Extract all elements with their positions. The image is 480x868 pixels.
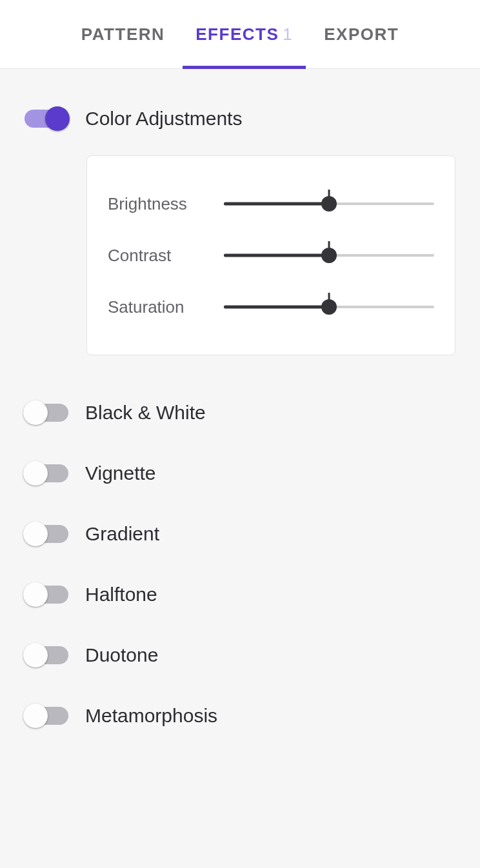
toggle-duotone[interactable] xyxy=(25,646,68,664)
toggle-knob xyxy=(23,400,48,425)
toggle-color-adjustments[interactable] xyxy=(25,110,68,128)
tab-pattern-label: PATTERN xyxy=(81,25,165,44)
effect-label: Color Adjustments xyxy=(85,108,242,130)
effect-vignette: Vignette xyxy=(25,462,455,484)
effect-color-adjustments: Color Adjustments xyxy=(25,108,455,130)
slider-label-contrast: Contrast xyxy=(108,246,224,266)
tab-bar: PATTERN EFFECTS 1 EXPORT xyxy=(0,0,480,69)
effect-duotone: Duotone xyxy=(25,644,455,666)
toggle-gradient[interactable] xyxy=(25,525,68,543)
effect-label: Vignette xyxy=(85,462,156,484)
slider-thumb[interactable] xyxy=(321,299,337,315)
slider-row-saturation: Saturation xyxy=(108,281,434,333)
slider-row-contrast: Contrast xyxy=(108,230,434,281)
slider-fill xyxy=(224,254,329,257)
effect-halftone: Halftone xyxy=(25,584,455,606)
toggle-knob xyxy=(23,643,48,667)
slider-contrast[interactable] xyxy=(224,242,434,268)
effect-black-white: Black & White xyxy=(25,402,455,424)
toggle-knob xyxy=(23,582,48,607)
effect-label: Gradient xyxy=(85,523,159,545)
effect-label: Halftone xyxy=(85,584,157,606)
toggle-black-white[interactable] xyxy=(25,404,68,422)
toggle-knob xyxy=(23,704,48,728)
tab-export-label: EXPORT xyxy=(324,25,399,44)
toggle-metamorphosis[interactable] xyxy=(25,707,68,725)
slider-fill xyxy=(224,306,329,309)
effect-label: Black & White xyxy=(85,402,206,424)
toggle-knob xyxy=(45,106,70,131)
toggle-halftone[interactable] xyxy=(25,586,68,604)
tab-effects-label: EFFECTS xyxy=(195,25,279,44)
effect-gradient: Gradient xyxy=(25,523,455,545)
slider-saturation[interactable] xyxy=(224,294,434,320)
toggle-vignette[interactable] xyxy=(25,464,68,482)
toggle-knob xyxy=(23,522,48,546)
tab-export[interactable]: EXPORT xyxy=(324,0,399,69)
tab-pattern[interactable]: PATTERN xyxy=(81,0,165,69)
slider-thumb[interactable] xyxy=(321,196,337,212)
slider-row-brightness: Brightness xyxy=(108,178,434,230)
slider-fill xyxy=(224,202,329,206)
tab-effects[interactable]: EFFECTS 1 xyxy=(195,0,293,69)
slider-thumb[interactable] xyxy=(321,248,337,263)
toggle-knob xyxy=(23,461,48,486)
slider-label-brightness: Brightness xyxy=(108,194,224,214)
effect-metamorphosis: Metamorphosis xyxy=(25,705,455,727)
effect-label: Duotone xyxy=(85,644,158,666)
color-adjustments-panel: Brightness Contrast Saturation xyxy=(86,155,455,355)
slider-brightness[interactable] xyxy=(224,191,434,217)
slider-label-saturation: Saturation xyxy=(108,297,224,317)
effect-label: Metamorphosis xyxy=(85,705,217,727)
tab-effects-count: 1 xyxy=(283,25,293,44)
effects-panel: Color Adjustments Brightness Contrast Sa… xyxy=(0,69,480,804)
